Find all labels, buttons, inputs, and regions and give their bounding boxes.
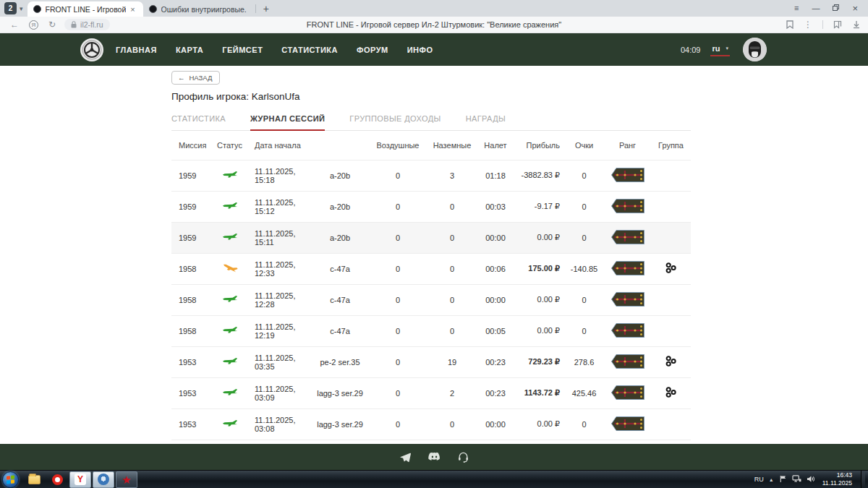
browser-tab-active[interactable]: FRONT LINE - Игровой × [27,1,143,17]
yandex-search-icon[interactable]: Я [29,20,38,30]
table-row[interactable]: 1953 11.11.2025, 03:08 lagg-3 ser.29 0 0… [171,408,691,440]
tab-close-icon[interactable]: × [130,5,135,14]
site-logo[interactable] [80,38,103,61]
status-cell [213,253,246,284]
table-row[interactable]: 1959 11.11.2025, 15:11 a-20b 0 0 00:00 0… [171,222,691,253]
group-cell [651,160,691,191]
volume-icon[interactable] [807,473,815,486]
rank-badge [611,230,644,246]
rank-badge [611,168,644,184]
ground-kills-cell: 0 [427,408,477,440]
table-row[interactable]: 1959 11.11.2025, 15:12 a-20b 0 0 00:03 -… [171,191,691,222]
restore-icon[interactable] [833,4,839,12]
status-cell [213,346,246,377]
rank-cell [604,408,651,440]
tray-hidden-icons[interactable]: ▲ [769,477,774,482]
table-row[interactable]: 1958 11.11.2025, 12:19 c-47a 0 0 00:05 0… [171,315,691,346]
bookmark-icon[interactable] [786,20,793,29]
date-cell: 11.11.2025, 15:12 [246,191,311,222]
taskbar-clock[interactable]: 16:43 11.11.2025 [822,471,852,487]
address-text: il2-fl.ru [80,20,103,29]
flight-time-cell: 00:03 [477,191,514,222]
collections-icon[interactable] [833,20,842,29]
plane-status-icon [222,172,238,181]
address-bar[interactable]: il2-fl.ru [64,19,110,30]
nav-item-gameset[interactable]: ГЕЙМСЕТ [222,46,263,54]
window-page-title: FRONT LINE - Игровой сервер Ил-2 Штурмов… [0,20,868,29]
page-content: ← НАЗАД Профиль игрока: KarlsonUfa СТАТИ… [0,66,868,444]
plane-status-icon [222,328,238,336]
nav-item-map[interactable]: КАРТА [176,46,203,54]
nav-item-info[interactable]: ИНФО [407,46,433,54]
download-icon[interactable] [852,20,861,29]
discord-icon[interactable] [427,452,441,463]
plane-status-icon [222,390,238,398]
browser-tab-inactive[interactable]: Ошибки внутриигровые. [143,1,252,17]
clock-date: 11.11.2025 [822,479,852,487]
tab-awards[interactable]: НАГРАДЫ [466,114,506,130]
taskbar-explorer-button[interactable] [23,471,45,488]
telegram-icon[interactable] [399,451,412,463]
score-cell: 0 [564,315,604,346]
taskbar-app-button[interactable] [93,471,114,488]
tab-statistics[interactable]: СТАТИСТИКА [171,114,226,130]
status-cell [213,408,246,440]
tab-list-chevron-icon[interactable]: ▾ [20,5,23,12]
flight-time-cell: 00:23 [477,346,514,377]
tab-session-log[interactable]: ЖУРНАЛ СЕССИЙ [250,114,325,131]
table-row[interactable]: 1959 11.11.2025, 15:18 a-20b 0 3 01:18 -… [171,160,691,191]
user-avatar[interactable] [743,38,767,61]
show-desktop-button[interactable] [861,471,865,488]
taskbar-opera-button[interactable] [46,471,68,488]
toolbar-divider [822,20,823,29]
score-cell: 0 [564,191,604,222]
tray-language[interactable]: RU [754,476,764,483]
table-row[interactable]: 1958 11.11.2025, 12:33 c-47a 0 0 00:06 1… [171,253,691,284]
language-selector[interactable]: ru ▾ [710,43,730,56]
score-cell: 0 [564,284,604,315]
flight-time-cell: 00:00 [477,408,514,440]
col-rank: Ранг [604,131,651,160]
group-cell [651,253,691,284]
rank-badge [611,354,644,370]
table-row[interactable]: 1958 11.11.2025, 12:28 c-47a 0 0 00:00 0… [171,284,691,315]
group-icon[interactable] [665,360,677,369]
close-icon[interactable]: × [852,4,858,13]
aircraft-cell: lagg-3 ser.29 [311,408,369,440]
group-icon[interactable] [665,267,677,275]
tab-group-income[interactable]: ГРУППОВЫЕ ДОХОДЫ [349,114,441,130]
nav-item-home[interactable]: ГЛАВНАЯ [116,46,157,54]
network-icon[interactable] [792,473,801,486]
minimize-icon[interactable]: — [812,4,820,12]
tab-title: FRONT LINE - Игровой [46,5,127,14]
nav-item-forum[interactable]: ФОРУМ [357,46,388,54]
back-icon[interactable]: ← [10,20,19,30]
taskbar-star-button[interactable]: ★ [116,471,137,488]
extensions-menu-icon[interactable]: ⋮ [804,20,812,30]
profit-cell: 175.00 ₽ [514,253,564,284]
nav-item-statistics[interactable]: СТАТИСТИКА [281,46,338,54]
tab-counter-button[interactable]: 2 [4,2,17,14]
browser-menu-icon[interactable]: ≡ [794,4,799,12]
profit-cell: 0.00 ₽ [514,222,564,253]
rank-badge [611,292,644,308]
score-cell: 0 [564,160,604,191]
support-headset-icon[interactable] [457,451,469,463]
date-cell: 11.11.2025, 15:11 [246,222,311,253]
table-header-row: Миссия Статус Дата начала Воздушные Назе… [171,131,691,160]
table-row[interactable]: 1953 11.11.2025, 03:09 lagg-3 ser.29 0 2… [171,377,691,408]
start-button[interactable] [2,471,19,488]
table-row[interactable]: 1953 11.11.2025, 03:35 pe-2 ser.35 0 19 … [171,346,691,377]
rank-cell [604,315,651,346]
taskbar-yandex-button[interactable]: Y [69,471,91,488]
new-tab-button[interactable]: + [259,3,273,14]
rank-cell [604,346,651,377]
group-icon[interactable] [665,391,677,400]
reload-icon[interactable]: ↻ [48,20,56,30]
status-cell [213,160,246,191]
back-button[interactable]: ← НАЗАД [171,71,220,85]
action-center-flag-icon[interactable] [779,473,787,486]
ground-kills-cell: 3 [427,160,477,191]
session-table-body: 1959 11.11.2025, 15:18 a-20b 0 3 01:18 -… [171,160,691,440]
mission-cell: 1953 [171,377,213,408]
